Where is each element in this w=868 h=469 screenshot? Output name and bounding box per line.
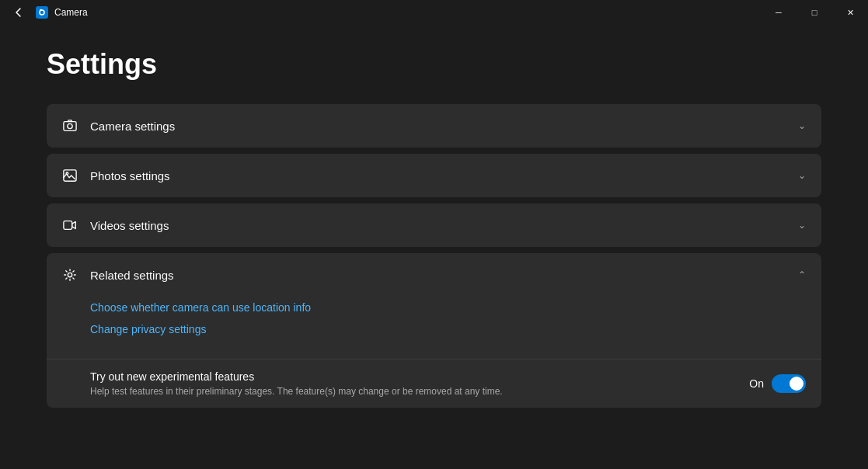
photos-settings-header[interactable]: Photos settings ⌄ [47,154,821,197]
page-title: Settings [47,48,821,81]
related-settings-section: Related settings ⌃ Choose whether camera… [47,253,821,408]
related-settings-label: Related settings [90,269,174,282]
gear-icon [62,267,78,283]
photos-settings-section: Photos settings ⌄ [47,154,821,197]
back-button[interactable] [8,2,30,23]
camera-settings-header[interactable]: Camera settings ⌄ [47,104,821,148]
minimize-button[interactable]: ─ [761,0,797,25]
related-settings-header[interactable]: Related settings ⌃ [47,253,821,297]
close-button[interactable]: ✕ [832,0,868,25]
svg-point-6 [66,172,68,175]
location-link[interactable]: Choose whether camera can use location i… [90,297,806,318]
videos-settings-header[interactable]: Videos settings ⌄ [47,203,821,247]
toggle-track [772,374,806,393]
toggle-thumb [790,377,804,391]
camera-settings-chevron: ⌄ [798,120,806,131]
svg-rect-0 [36,6,48,19]
experimental-features-row: Try out new experimental features Help t… [47,359,821,408]
app-icon [36,6,48,19]
experimental-description: Help test features in their preliminary … [90,386,503,397]
experimental-text: Try out new experimental features Help t… [90,370,503,397]
related-settings-body: Choose whether camera can use location i… [47,297,821,353]
photos-settings-chevron: ⌄ [798,170,806,181]
videos-settings-label: Videos settings [90,219,169,232]
experimental-title: Try out new experimental features [90,370,503,383]
title-bar-left: Camera [8,2,88,23]
videos-settings-section: Videos settings ⌄ [47,203,821,247]
camera-settings-section: Camera settings ⌄ [47,104,821,148]
photos-icon [62,168,78,183]
maximize-button[interactable]: □ [797,0,832,25]
camera-settings-label: Camera settings [90,120,175,133]
svg-rect-7 [64,221,72,230]
experimental-toggle[interactable] [772,374,806,393]
settings-content: Settings Camera settings ⌄ [0,25,868,469]
title-bar: Camera ─ □ ✕ [0,0,868,25]
app-title: Camera [54,7,88,18]
title-bar-controls: ─ □ ✕ [761,0,868,25]
videos-settings-chevron: ⌄ [798,220,806,231]
svg-rect-3 [64,122,76,131]
svg-point-8 [68,273,71,276]
photos-settings-label: Photos settings [90,169,170,182]
video-icon [62,217,78,233]
toggle-on-label: On [749,377,764,390]
svg-point-4 [68,123,72,128]
privacy-link[interactable]: Change privacy settings [90,318,806,340]
experimental-toggle-container: On [749,374,806,393]
related-settings-chevron: ⌃ [798,269,806,280]
svg-rect-2 [40,9,42,11]
camera-icon [62,118,78,134]
